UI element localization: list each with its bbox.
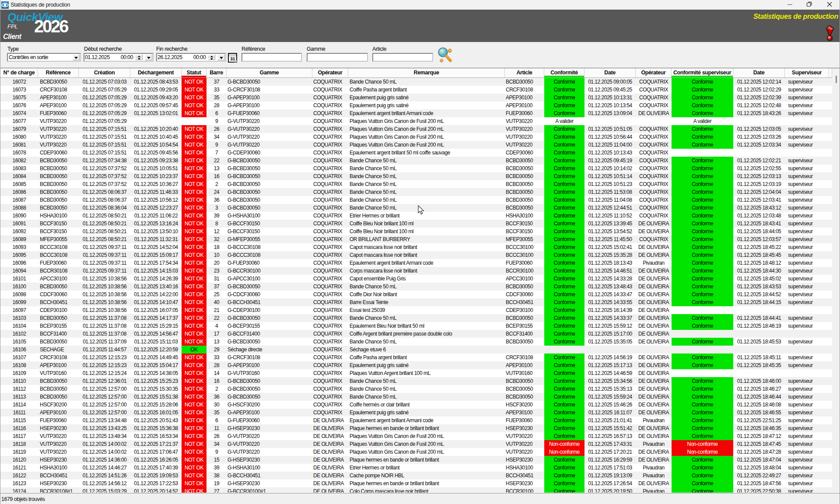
- svg-text:31: 31: [230, 57, 235, 62]
